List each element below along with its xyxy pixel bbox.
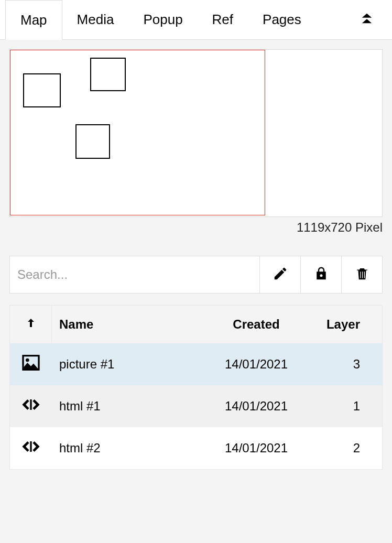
row-layer: 1 (309, 399, 382, 414)
trash-icon (354, 266, 370, 284)
preview-dimensions: 1119x720 Pixel (9, 220, 383, 235)
table-body: picture #114/01/20213html #114/01/20211h… (10, 343, 382, 469)
row-type-cell (10, 436, 52, 460)
collapse-up-icon (360, 11, 374, 29)
canvas-shape[interactable] (23, 73, 61, 107)
table-row[interactable]: html #214/01/20212 (10, 427, 382, 469)
row-type-cell (10, 352, 52, 376)
pencil-icon (273, 266, 288, 284)
tab-bar: Map Media Popup Ref Pages (0, 0, 392, 40)
tab-label: Pages (263, 12, 301, 28)
row-name: picture #1 (52, 357, 204, 372)
items-table: Name Created Layer picture #114/01/20213… (9, 305, 383, 470)
row-name: html #2 (52, 441, 204, 455)
tab-pages[interactable]: Pages (248, 0, 316, 39)
tab-label: Media (77, 12, 114, 28)
lock-icon (313, 266, 329, 284)
lock-button[interactable] (300, 256, 341, 293)
arrow-up-icon (25, 317, 37, 332)
collapse-button[interactable] (347, 0, 387, 39)
code-icon (20, 394, 41, 418)
tab-ref[interactable]: Ref (198, 0, 248, 39)
canvas-shape[interactable] (90, 58, 126, 91)
image-icon (20, 352, 41, 376)
column-header-name[interactable]: Name (52, 317, 204, 332)
row-layer: 3 (309, 357, 382, 372)
table-row[interactable]: html #114/01/20211 (10, 385, 382, 427)
list-toolbar (9, 256, 383, 294)
row-type-cell (10, 394, 52, 418)
svg-point-0 (26, 359, 29, 362)
sort-button[interactable] (10, 306, 52, 343)
row-created: 14/01/2021 (204, 441, 309, 455)
row-created: 14/01/2021 (204, 357, 309, 372)
table-row[interactable]: picture #114/01/20213 (10, 343, 382, 385)
delete-button[interactable] (341, 256, 382, 293)
edit-button[interactable] (259, 256, 300, 293)
code-icon (20, 436, 41, 460)
tab-media[interactable]: Media (62, 0, 129, 39)
tab-label: Ref (212, 12, 233, 28)
preview-canvas[interactable] (10, 50, 265, 215)
row-created: 14/01/2021 (204, 399, 309, 414)
search-input[interactable] (10, 256, 259, 293)
tab-label: Popup (143, 12, 182, 28)
preview-panel (9, 49, 383, 217)
tab-map[interactable]: Map (5, 0, 62, 40)
table-header: Name Created Layer (10, 306, 382, 343)
canvas-shape[interactable] (75, 124, 110, 159)
tab-popup[interactable]: Popup (128, 0, 197, 39)
column-header-layer[interactable]: Layer (309, 317, 382, 332)
column-header-created[interactable]: Created (204, 317, 309, 332)
row-name: html #1 (52, 399, 204, 414)
tab-label: Map (20, 12, 47, 28)
row-layer: 2 (309, 441, 382, 455)
